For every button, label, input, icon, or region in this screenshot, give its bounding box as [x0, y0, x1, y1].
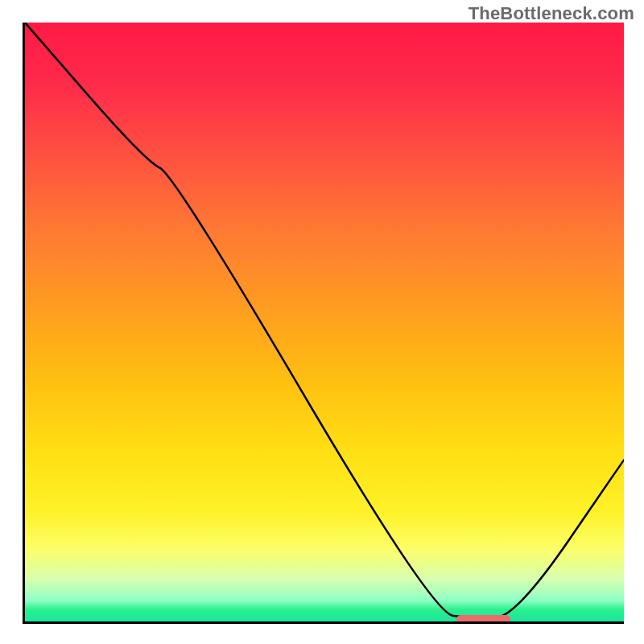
curve-path [25, 23, 624, 618]
bottleneck-curve [25, 23, 624, 621]
plot-area [23, 23, 624, 624]
optimal-marker [456, 615, 510, 624]
bottleneck-chart: TheBottleneck.com [0, 0, 644, 644]
watermark-text: TheBottleneck.com [469, 3, 634, 24]
